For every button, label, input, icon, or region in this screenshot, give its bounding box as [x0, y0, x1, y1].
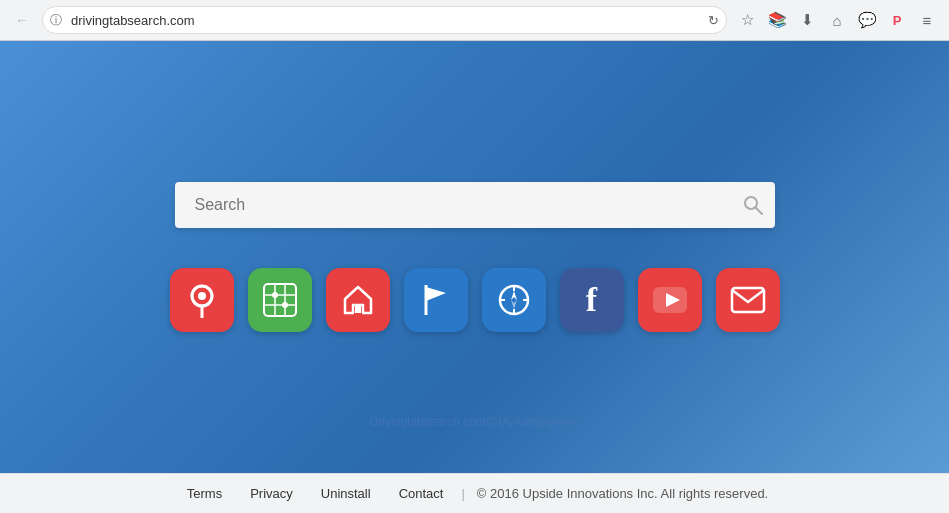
facebook-f-letter: f [586, 283, 597, 317]
menu-button[interactable]: ≡ [913, 6, 941, 34]
watermark: Drivingtabsearch.com@MyAntispyware [370, 415, 580, 429]
pocket-button[interactable]: P [883, 6, 911, 34]
svg-rect-5 [264, 284, 296, 316]
svg-rect-23 [732, 288, 764, 312]
toolbar-actions: ☆ 📚 ⬇ ⌂ 💬 P ≡ [733, 6, 941, 34]
mail-icon[interactable] [716, 268, 780, 332]
search-container [175, 182, 775, 228]
download-button[interactable]: ⬇ [793, 6, 821, 34]
home-app-icon[interactable] [326, 268, 390, 332]
svg-marker-19 [511, 291, 517, 300]
maps-svg-icon [186, 282, 218, 318]
youtube-icon[interactable] [638, 268, 702, 332]
search-icon [743, 195, 763, 215]
home-button[interactable]: ⌂ [823, 6, 851, 34]
youtube-svg-icon [652, 286, 688, 314]
toolbar: ← ⓘ ↻ ☆ 📚 ⬇ ⌂ 💬 P ≡ [0, 0, 949, 40]
address-bar[interactable] [42, 6, 727, 34]
flag-svg-icon [420, 283, 452, 317]
app-icons-row: f [170, 268, 780, 332]
svg-point-0 [745, 197, 757, 209]
svg-rect-12 [355, 305, 361, 313]
house-svg-icon [341, 283, 375, 317]
svg-point-11 [282, 302, 288, 308]
sync-button[interactable]: 💬 [853, 6, 881, 34]
star-button[interactable]: ☆ [733, 6, 761, 34]
uninstall-link[interactable]: Uninstall [307, 486, 385, 501]
address-bar-container: ⓘ ↻ [42, 6, 727, 34]
footer-copyright: © 2016 Upside Innovations Inc. All right… [469, 486, 776, 501]
compass-svg-icon [497, 283, 531, 317]
svg-line-1 [756, 208, 762, 214]
directions-icon[interactable] [248, 268, 312, 332]
search-button[interactable] [743, 195, 763, 215]
info-icon: ⓘ [50, 12, 62, 29]
browser-chrome: ← ⓘ ↻ ☆ 📚 ⬇ ⌂ 💬 P ≡ [0, 0, 949, 41]
reading-list-button[interactable]: 📚 [763, 6, 791, 34]
reload-icon[interactable]: ↻ [708, 13, 719, 28]
svg-point-10 [272, 292, 278, 298]
terms-link[interactable]: Terms [173, 486, 236, 501]
contact-link[interactable]: Contact [385, 486, 458, 501]
search-input[interactable] [175, 182, 775, 228]
svg-marker-20 [511, 300, 517, 309]
privacy-link[interactable]: Privacy [236, 486, 307, 501]
map-grid-svg-icon [262, 282, 298, 318]
back-button[interactable]: ← [8, 6, 36, 34]
footer: Terms Privacy Uninstall Contact | © 2016… [0, 473, 949, 513]
footer-separator: | [457, 486, 468, 501]
page-content: f Drivingtabsearch.com@MyAntispyware [0, 41, 949, 473]
mail-svg-icon [730, 286, 766, 314]
flag-icon[interactable] [404, 268, 468, 332]
facebook-icon[interactable]: f [560, 268, 624, 332]
maps-icon[interactable] [170, 268, 234, 332]
compass-icon[interactable] [482, 268, 546, 332]
svg-point-3 [198, 292, 206, 300]
